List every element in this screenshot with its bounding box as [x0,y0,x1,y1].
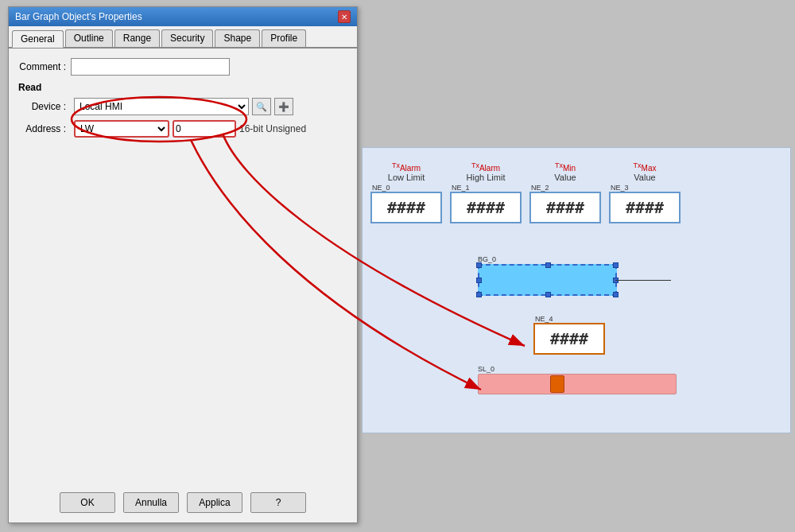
help-button[interactable]: ? [250,492,306,513]
comment-input[interactable] [71,58,230,76]
tab-outline[interactable]: Outline [65,29,113,47]
ne4-id: NE_4 [535,315,605,323]
device-select[interactable]: Local HMI [74,98,249,115]
add-icon[interactable]: ➕ [274,98,293,115]
ok-button[interactable]: OK [60,492,115,513]
read-section-label: Read [18,82,347,93]
sel-handle-ml [476,278,482,283]
tab-general[interactable]: General [12,30,64,48]
tab-profile[interactable]: Profile [262,29,306,47]
comment-row: Comment : [18,58,347,76]
ne3-sub-label: Value [634,173,655,182]
sl-id: SL_0 [478,365,677,373]
ne3-tx-label: TxMax [634,162,657,173]
bg-line-ext [615,280,671,281]
address-label: Address : [18,123,66,134]
ne2-tx-label: TxMin [555,162,576,173]
sel-handle-bl [476,292,482,297]
ne1-id: NE_1 [452,184,470,192]
dialog-buttons: OK Annulla Applica ? [9,492,357,513]
ne1-sub-label: High Limit [467,173,506,182]
browse-icon[interactable]: 🔍 [252,98,271,115]
device-label: Device : [18,101,66,112]
bg-bar[interactable] [478,264,617,296]
canvas-panel: TxAlarm Low Limit NE_0 #### TxAlarm High… [362,147,791,433]
sl-track[interactable] [478,374,677,394]
dialog-title: Bar Graph Object's Properties [15,11,142,22]
bg-group[interactable]: BG_0 [478,255,617,296]
sl-group[interactable]: SL_0 [478,365,677,394]
tab-shape[interactable]: Shape [215,29,260,47]
dialog-content: Comment : Read Device : Local HMI 🔍 ➕ Ad… [9,49,357,147]
sel-handle-br [613,292,619,297]
ne0-display[interactable]: #### [370,192,442,223]
tab-security[interactable]: Security [161,29,213,47]
apply-button[interactable]: Applica [187,492,242,513]
sel-handle-bm [545,292,551,297]
sel-handle-tm [545,262,551,268]
sl-thumb[interactable] [550,375,564,393]
ne2-display[interactable]: #### [529,192,601,223]
address-input[interactable] [173,120,236,138]
ne0-id: NE_0 [372,184,390,192]
ne-box-row: TxAlarm Low Limit NE_0 #### TxAlarm High… [370,162,681,223]
dialog-window: Bar Graph Object's Properties ✕ General … [8,6,358,523]
sel-handle-tl [476,262,482,268]
comment-label: Comment : [18,61,66,72]
ne-box-2[interactable]: TxMin Value NE_2 #### [529,162,601,223]
ne0-tx-label: TxAlarm [392,162,421,173]
ne2-id: NE_2 [531,184,549,192]
cancel-button[interactable]: Annulla [123,492,179,513]
device-row: Device : Local HMI 🔍 ➕ [18,98,347,115]
lw-select[interactable]: LW [74,120,169,138]
ne2-sub-label: Value [554,173,576,182]
address-row: Address : LW 16-bit Unsigned [18,120,347,138]
ne3-display[interactable]: #### [609,192,681,223]
sel-handle-tr [613,262,619,268]
tab-bar: General Outline Range Security Shape Pro… [9,26,357,49]
ne0-sub-label: Low Limit [388,173,425,182]
ne4-display[interactable]: #### [533,323,605,355]
ne1-display[interactable]: #### [450,192,522,223]
ne-box-1[interactable]: TxAlarm High Limit NE_1 #### [450,162,522,223]
ne4-group[interactable]: NE_4 #### [533,315,605,355]
dialog-titlebar: Bar Graph Object's Properties ✕ [9,7,357,26]
ne1-tx-label: TxAlarm [471,162,500,173]
tab-range[interactable]: Range [114,29,160,47]
ne-box-3[interactable]: TxMax Value NE_3 #### [609,162,681,223]
close-button[interactable]: ✕ [338,10,351,23]
ne-box-0[interactable]: TxAlarm Low Limit NE_0 #### [370,162,442,223]
bit-type-label: 16-bit Unsigned [239,123,306,134]
ne3-id: NE_3 [611,184,629,192]
